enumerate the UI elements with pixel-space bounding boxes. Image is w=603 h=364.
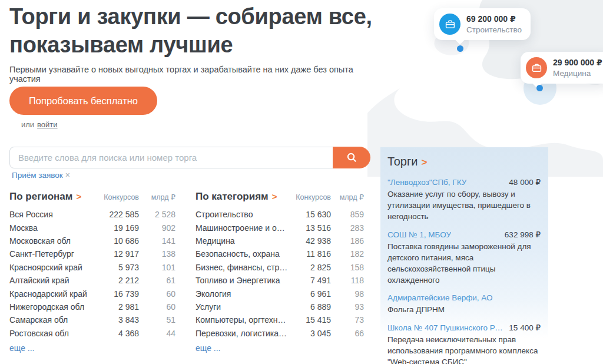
billions-value: 138: [139, 249, 175, 259]
search-button[interactable]: [333, 147, 370, 168]
list-item: Адмиралтейские Верфи, АО Фольга ДПРНМ: [387, 293, 541, 315]
region-name: Санкт-Петербург: [9, 249, 92, 259]
table-row[interactable]: Санкт-Петербург 12 917 138: [9, 247, 175, 260]
table-row[interactable]: Алтайский край 2 212 61: [9, 274, 175, 287]
billions-value: 98: [331, 289, 364, 299]
contests-count: 2 825: [289, 263, 331, 272]
billions-value: 283: [331, 223, 364, 233]
search-input[interactable]: [9, 147, 333, 168]
table-row[interactable]: Компьютеры, оргтехника, ПО 15 415 73: [196, 313, 364, 326]
categories-title-link[interactable]: По категориям>: [196, 191, 289, 203]
billions-value: 186: [331, 236, 364, 246]
regions-title-link[interactable]: По регионам>: [9, 191, 92, 203]
billions-value: 60: [139, 289, 175, 299]
contests-count: 10 686: [92, 236, 139, 246]
table-row[interactable]: Московская обл 10 686 141: [9, 234, 175, 247]
table-row[interactable]: Краснодарский край 16 739 60: [9, 287, 175, 300]
category-name: Медицина: [196, 236, 289, 246]
chevron-right-icon: >: [421, 157, 427, 168]
list-item: СОШ № 1, МБОУ 632 998 ₽ Поставка говядин…: [387, 230, 541, 286]
billions-value: 902: [139, 223, 175, 233]
table-row[interactable]: Экология 6 961 98: [196, 287, 364, 300]
billions-value: 182: [331, 249, 364, 259]
table-row[interactable]: Строительство 15 630 859: [196, 208, 364, 221]
contests-count: 13 516: [289, 223, 331, 233]
tender-price: 48 000 ₽: [509, 177, 541, 187]
region-name: Нижегородская обл: [9, 302, 92, 312]
billions-value: 118: [331, 276, 364, 285]
tender-description: Поставка говядины замороженной для детск…: [387, 241, 541, 286]
table-row[interactable]: Ростовская обл 4 368 44: [9, 327, 175, 340]
table-row[interactable]: Вся Россия 222 585 2 528: [9, 208, 175, 221]
region-name: Краснодарский край: [9, 289, 92, 299]
tenders-title-link[interactable]: Торги>: [387, 155, 541, 168]
close-icon[interactable]: ×: [65, 170, 70, 180]
tender-description: Передача неисключительных прав использов…: [387, 334, 541, 364]
briefcase-icon: [526, 57, 547, 78]
region-name: Московская обл: [9, 236, 92, 246]
categories-more-link[interactable]: еще ...: [196, 343, 364, 353]
contests-count: 6 961: [289, 289, 331, 299]
category-name: Топливо и Энергетика: [196, 276, 289, 285]
list-item: Школа № 407 Пушкинского Района ... 15 40…: [387, 323, 541, 364]
login-link[interactable]: войти: [37, 120, 57, 129]
table-row[interactable]: Красноярский край 5 973 101: [9, 261, 175, 274]
billions-value: 93: [331, 302, 364, 312]
filter-chip-priem-zayavok[interactable]: Приём заявок×: [12, 170, 70, 180]
table-row[interactable]: Медицина 42 938 186: [196, 234, 364, 247]
tender-org-link[interactable]: Адмиралтейские Верфи, АО: [387, 293, 493, 302]
map-callout-medicine: 29 900 000 ₽ Медицина: [521, 52, 603, 84]
column-header-contests: Конкурсов: [289, 193, 331, 201]
billions-value: 859: [331, 210, 364, 219]
callout-amount: 69 200 000 ₽: [466, 14, 522, 24]
category-name: Услуги: [196, 302, 289, 312]
category-name: Безопасность, охрана: [196, 249, 289, 259]
table-row[interactable]: Услуги 6 889 93: [196, 300, 364, 313]
try-free-button[interactable]: Попробовать бесплатно: [9, 87, 157, 115]
contests-count: 7 491: [289, 276, 331, 285]
column-header-billions: млрд ₽: [139, 193, 175, 201]
table-row[interactable]: Самарская обл 3 843 51: [9, 313, 175, 326]
billions-value: 141: [139, 236, 175, 246]
table-row[interactable]: Топливо и Энергетика 7 491 118: [196, 274, 364, 287]
table-row[interactable]: Безопасность, охрана 11 816 182: [196, 247, 364, 260]
login-prefix: или: [21, 120, 34, 129]
tender-org-link[interactable]: СОШ № 1, МБОУ: [387, 230, 451, 239]
column-header-billions: млрд ₽: [331, 193, 364, 201]
contests-count: 16 739: [92, 289, 139, 299]
table-row[interactable]: Перевозки, логистика, тамо... 3 045 66: [196, 327, 364, 340]
tender-org-link[interactable]: "Ленводхоз"СПб, ГКУ: [387, 178, 466, 187]
callout-category: Медицина: [553, 69, 602, 78]
contests-count: 42 938: [289, 236, 331, 246]
map-dot: [457, 45, 463, 52]
search-icon: [346, 152, 357, 163]
chevron-right-icon: >: [272, 191, 277, 201]
billions-value: 61: [139, 276, 175, 285]
page-subtitle: Первыми узнавайте о новых выгодных торга…: [9, 65, 375, 84]
chevron-right-icon: >: [76, 191, 81, 201]
login-row: иливойти: [21, 120, 58, 129]
callout-amount: 29 900 000 ₽: [553, 58, 602, 67]
region-name: Самарская обл: [9, 315, 92, 325]
contests-count: 12 917: [92, 249, 139, 259]
torgi-landing-page: 69 200 000 ₽ Строительство 29 900 000 ₽ …: [0, 0, 603, 364]
billions-value: 51: [139, 315, 175, 325]
table-row[interactable]: Машиностроение и оборуд... 13 516 283: [196, 221, 364, 234]
contests-count: 2 981: [92, 302, 139, 312]
contests-count: 3 843: [92, 315, 139, 325]
regions-more-link[interactable]: еще ...: [9, 343, 175, 353]
tenders-panel: Торги> "Ленводхоз"СПб, ГКУ 48 000 ₽ Оказ…: [380, 147, 548, 338]
filter-chip-label: Приём заявок: [12, 171, 63, 180]
category-name: Экология: [196, 289, 289, 299]
region-name: Алтайский край: [9, 276, 92, 285]
contests-count: 4 368: [92, 329, 139, 338]
contests-count: 15 415: [289, 315, 331, 325]
table-row[interactable]: Москва 19 169 902: [9, 221, 175, 234]
billions-value: 101: [139, 263, 175, 272]
table-row[interactable]: Бизнес, финансы, страхова... 2 825 158: [196, 261, 364, 274]
map-dot: [536, 85, 543, 91]
table-row[interactable]: Нижегородская обл 2 981 60: [9, 300, 175, 313]
tender-org-link[interactable]: Школа № 407 Пушкинского Района ...: [387, 323, 504, 332]
billions-value: 2 528: [139, 210, 175, 219]
tender-description: Оказание услуг по сбору, вывозу и утилиз…: [387, 188, 541, 222]
